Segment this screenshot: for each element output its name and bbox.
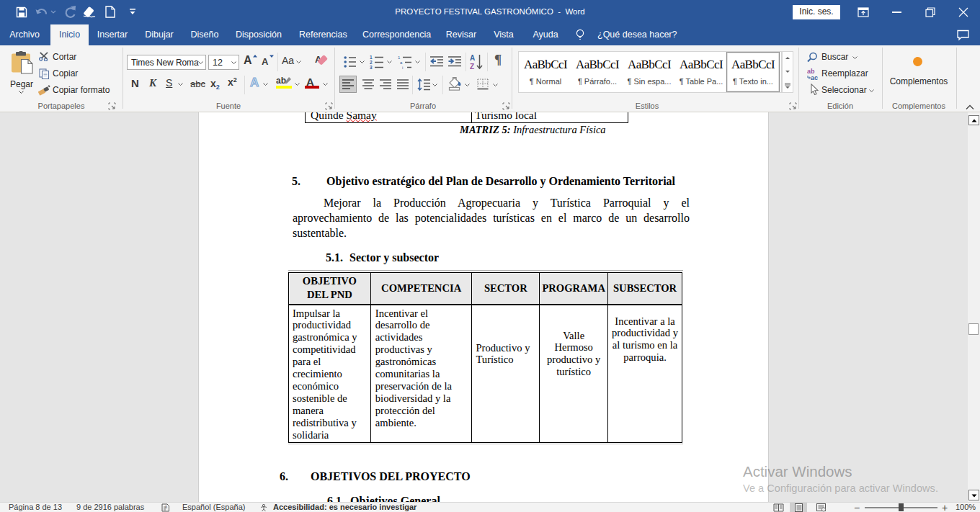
- svg-text:a: a: [400, 60, 403, 65]
- svg-text:i: i: [402, 66, 403, 69]
- svg-text:x: x: [165, 504, 167, 508]
- svg-text:ac: ac: [811, 74, 818, 81]
- svg-text:A: A: [470, 54, 475, 62]
- svg-text:2: 2: [370, 60, 373, 65]
- svg-text:1: 1: [370, 55, 373, 60]
- svg-text:1: 1: [398, 55, 401, 60]
- svg-text:3: 3: [370, 65, 373, 69]
- svg-text:Z: Z: [470, 63, 474, 70]
